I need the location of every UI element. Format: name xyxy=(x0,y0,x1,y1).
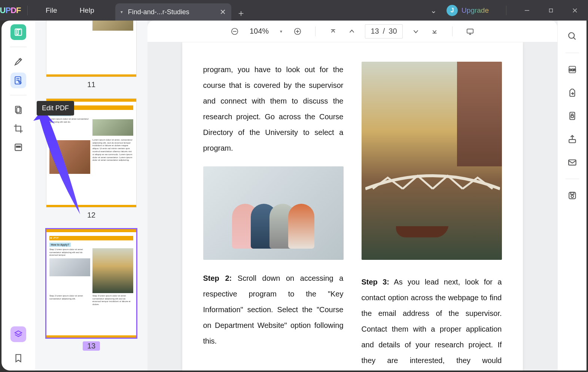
protect-button[interactable] xyxy=(566,109,579,123)
ocr-button[interactable]: OCR xyxy=(566,63,579,76)
edit-pdf-tool[interactable] xyxy=(10,73,26,88)
svg-rect-25 xyxy=(569,160,576,165)
app-logo: UPDF xyxy=(0,0,21,21)
body-text: Step 2: Scroll down on accessing a respe… xyxy=(203,270,344,349)
body-text: Step 3: As you lead next, look for a con… xyxy=(362,274,502,371)
page-number-input[interactable]: 13 / 30 xyxy=(365,24,402,39)
main-area: 104% ▾ 13 / 30 program, you have to look… xyxy=(147,21,557,371)
thumbnail-label: 11 xyxy=(46,80,136,89)
comment-tool[interactable] xyxy=(10,54,26,70)
page-total: 30 xyxy=(389,27,397,36)
menu-file[interactable]: File xyxy=(34,6,68,15)
svg-text:OCR: OCR xyxy=(569,68,576,72)
thumbnail-page-current[interactable]: ◆ UPDF How to Apply? Step 1 lorem ipsum … xyxy=(46,229,136,338)
thumbnail-label: 12 xyxy=(46,211,136,219)
organize-pages-tool[interactable] xyxy=(10,102,26,118)
last-page-button[interactable] xyxy=(429,26,440,37)
save-as-button[interactable] xyxy=(566,189,579,202)
window-close-icon[interactable] xyxy=(565,3,585,18)
user-avatar[interactable]: J xyxy=(447,5,458,16)
svg-rect-1 xyxy=(549,9,553,12)
thumbnail-label-current: 13 xyxy=(83,341,100,351)
thumbnails-panel[interactable]: Eligibility Criteria Lorem ipsum dolor s… xyxy=(35,21,147,371)
view-toolbar: 104% ▾ 13 / 30 xyxy=(147,21,557,42)
pdf-page: program, you have to look out for the co… xyxy=(182,42,523,371)
zoom-dropdown-icon[interactable]: ▾ xyxy=(278,29,284,34)
thumbnail-page[interactable]: Eligibility Criteria Lorem ipsum dolor s… xyxy=(46,21,136,77)
page-viewport[interactable]: program, you have to look out for the co… xyxy=(147,42,557,371)
search-button[interactable] xyxy=(566,30,579,43)
svg-point-18 xyxy=(569,33,574,38)
page-separator: / xyxy=(383,27,385,36)
bookmark-button[interactable] xyxy=(10,350,26,366)
zoom-level: 104% xyxy=(248,27,270,36)
menu-help[interactable]: Help xyxy=(68,6,106,15)
crop-tool[interactable] xyxy=(10,121,26,136)
tab-title: Find-and-...r-Studies xyxy=(128,8,189,16)
zoom-in-button[interactable] xyxy=(292,26,303,37)
document-tab[interactable]: ▾ Find-and-...r-Studies ✕ xyxy=(115,3,231,21)
svg-rect-9 xyxy=(16,146,20,147)
redact-tool[interactable] xyxy=(10,139,26,155)
svg-rect-28 xyxy=(570,192,574,194)
prev-page-button[interactable] xyxy=(346,26,357,37)
tabs-overflow-icon[interactable]: ⌄ xyxy=(424,6,443,15)
document-image-bridge xyxy=(362,62,502,260)
share-button[interactable] xyxy=(566,132,579,146)
convert-button[interactable] xyxy=(566,86,579,99)
svg-point-27 xyxy=(571,195,573,198)
tab-close-icon[interactable]: ✕ xyxy=(220,7,226,16)
page-current: 13 xyxy=(371,27,379,36)
window-maximize-icon[interactable] xyxy=(541,3,561,18)
left-tool-rail xyxy=(1,21,35,371)
document-image-students xyxy=(203,166,344,260)
upgrade-link[interactable]: Upgrade xyxy=(461,6,489,15)
new-tab-button[interactable]: ＋ xyxy=(234,6,249,21)
svg-rect-24 xyxy=(569,139,575,143)
edit-pdf-tooltip: Edit PDF xyxy=(37,101,74,116)
presentation-button[interactable] xyxy=(464,26,476,37)
reader-tool[interactable] xyxy=(10,24,26,40)
svg-rect-17 xyxy=(467,29,473,33)
next-page-button[interactable] xyxy=(410,26,421,37)
first-page-button[interactable] xyxy=(327,26,339,37)
window-minimize-icon[interactable] xyxy=(517,3,537,18)
svg-rect-23 xyxy=(571,116,573,117)
tab-dropdown-icon[interactable]: ▾ xyxy=(121,9,123,15)
body-text: program, you have to look out for the co… xyxy=(203,62,344,156)
email-button[interactable] xyxy=(566,156,579,169)
right-tool-rail: OCR xyxy=(557,21,587,371)
title-bar: UPDF File Help ▾ Find-and-...r-Studies ✕… xyxy=(0,0,588,21)
layers-button[interactable] xyxy=(10,326,26,342)
zoom-out-button[interactable] xyxy=(229,26,240,37)
app-body: Edit PDF Eligibility Criteria Lorem ipsu… xyxy=(1,21,587,371)
tab-strip: ▾ Find-and-...r-Studies ✕ ＋ xyxy=(115,0,249,21)
svg-line-19 xyxy=(573,37,575,39)
